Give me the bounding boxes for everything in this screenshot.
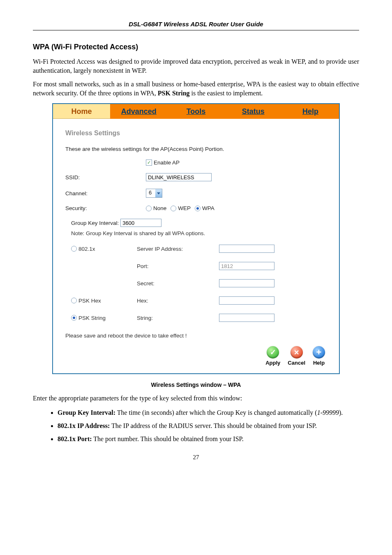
list-item: Group Key Interval: The time (in seconds… (58, 408, 359, 418)
bullet-text-end: ). (339, 409, 343, 416)
save-reboot-note: Please save and reboot the device to tak… (65, 333, 327, 339)
ssid-label: SSID: (65, 174, 146, 180)
ssid-input[interactable] (146, 173, 212, 181)
auth-pskhex-label: PSK Hex (78, 298, 101, 304)
hex-input[interactable] (219, 296, 274, 305)
security-wpa-label: WPA (202, 205, 214, 211)
dropdown-button[interactable] (155, 189, 162, 197)
apply-button[interactable]: Apply (265, 346, 280, 366)
auth-pskhex-radio[interactable]: PSK Hex (71, 298, 137, 304)
bullet-term: 802.1x IP Address: (58, 422, 110, 429)
wireless-settings-screenshot: Home Advanced Tools Status Help Wireless… (52, 103, 340, 374)
check-icon (267, 346, 279, 358)
panel-description: These are the wireless settings for the … (65, 146, 327, 152)
group-key-interval-label: Group Key Interval: (71, 220, 119, 226)
parameter-list: Group Key Interval: The time (in seconds… (33, 408, 359, 444)
para2-bold: PSK String (158, 90, 190, 97)
group-key-interval-input[interactable] (120, 219, 161, 227)
port-input[interactable] (219, 262, 274, 270)
tab-bar: Home Advanced Tools Status Help (53, 104, 339, 119)
channel-select[interactable]: 6 (146, 189, 162, 198)
list-item: 802.1x Port: The port number. This shoul… (58, 434, 359, 444)
radio-unchecked-icon (171, 206, 176, 211)
page-number: 27 (33, 454, 359, 461)
figure-caption: Wireless Settings window – WPA (33, 382, 359, 388)
help-label: Help (313, 360, 325, 366)
auth-pskstring-label: PSK String (78, 315, 106, 321)
hex-label: Hex: (137, 298, 219, 304)
help-button[interactable]: Help (313, 346, 325, 366)
secret-input[interactable] (219, 279, 274, 287)
radio-unchecked-icon (146, 206, 152, 211)
group-key-interval-note: Note: Group Key Interval is shared by al… (71, 230, 327, 236)
doc-header: DSL-G684T Wireless ADSL Router User Guid… (33, 21, 359, 30)
bullet-text: The port number. This should be obtained… (92, 435, 244, 442)
post-figure-text: Enter the appropriate parameters for the… (33, 394, 359, 403)
cancel-label: Cancel (288, 360, 305, 366)
auth-pskstring-radio[interactable]: PSK String (71, 315, 137, 321)
enable-ap-label: Enable AP (154, 160, 180, 166)
panel-title: Wireless Settings (65, 130, 327, 137)
auth-8021x-label: 802.1x (78, 246, 95, 252)
tab-advanced[interactable]: Advanced (110, 104, 167, 119)
security-label: Security: (65, 205, 146, 211)
cancel-button[interactable]: Cancel (288, 346, 305, 366)
secret-label: Secret: (137, 280, 219, 287)
section-title: WPA (Wi-Fi Protected Access) (33, 43, 359, 51)
tab-status[interactable]: Status (225, 104, 282, 119)
close-icon (291, 346, 303, 358)
channel-value: 6 (146, 189, 155, 197)
security-wep-radio[interactable]: WEP (171, 205, 191, 211)
tab-tools[interactable]: Tools (167, 104, 224, 119)
bullet-term: 802.1x Port: (58, 435, 92, 442)
port-label: Port: (137, 263, 219, 269)
string-input[interactable] (219, 314, 274, 322)
plus-icon (313, 346, 325, 358)
radio-unchecked-icon (71, 298, 77, 303)
bullet-text: The IP address of the RADIUS server. Thi… (110, 422, 317, 429)
server-ip-input[interactable] (219, 245, 274, 253)
para2-text-c: is the easiest to implement. (190, 90, 263, 97)
bullet-term: Group Key Interval: (58, 409, 115, 416)
apply-label: Apply (265, 360, 280, 366)
bullet-text: The time (in seconds) after which the Gr… (115, 409, 317, 416)
string-label: String: (137, 315, 219, 321)
radio-checked-icon (195, 206, 201, 211)
security-wep-label: WEP (178, 205, 191, 211)
chevron-down-icon (157, 192, 160, 194)
security-none-label: None (153, 205, 166, 211)
security-none-radio[interactable]: None (146, 205, 166, 211)
list-item: 802.1x IP Address: The IP address of the… (58, 421, 359, 431)
radio-unchecked-icon (71, 246, 77, 252)
auth-8021x-radio[interactable]: 802.1x (71, 246, 137, 252)
channel-label: Channel: (65, 190, 146, 197)
tab-home[interactable]: Home (53, 104, 110, 119)
enable-ap-checkbox[interactable]: ✓ Enable AP (146, 160, 180, 166)
radio-checked-icon (71, 315, 77, 321)
security-wpa-radio[interactable]: WPA (195, 205, 214, 211)
tab-help[interactable]: Help (282, 104, 339, 119)
bullet-italic: 1-99999 (317, 409, 339, 416)
intro-paragraph-2: For most small networks, such as in a sm… (33, 80, 359, 97)
intro-paragraph-1: Wi-Fi Protected Access was designed to p… (33, 57, 359, 75)
checkbox-checked-icon: ✓ (146, 160, 152, 166)
server-ip-label: Server IP Address: (137, 246, 219, 252)
